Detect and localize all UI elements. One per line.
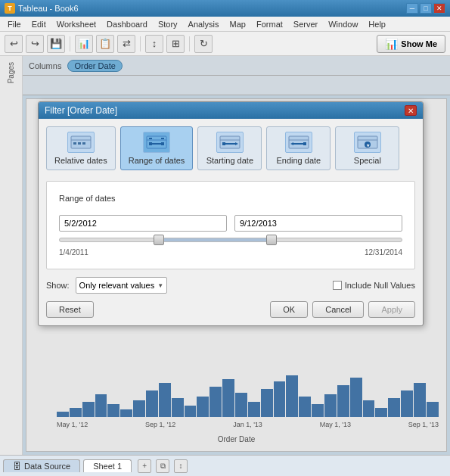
svg-rect-11 [161, 142, 164, 145]
menu-dashboard[interactable]: Dashboard [102, 18, 152, 30]
ok-button[interactable]: OK [270, 301, 308, 318]
ending-date-icon [285, 132, 312, 153]
filter-dialog: Filter [Order Date] ✕ [38, 101, 424, 326]
sort-sheets-button[interactable]: ↕ [174, 459, 188, 473]
bar-chart-icon: 📊 [385, 38, 398, 50]
sheet-label: Sheet 1 [93, 462, 122, 471]
menu-format[interactable]: Format [252, 18, 287, 30]
worksheet-area: Pages Columns Order Date May 1, '12 Sep … [0, 56, 450, 455]
svg-rect-10 [149, 142, 152, 145]
maximize-button[interactable]: □ [420, 3, 432, 14]
tab-relative-dates[interactable]: Relative dates [46, 126, 116, 170]
reset-button[interactable]: Reset [46, 301, 94, 318]
toolbar-sep-2 [140, 36, 141, 51]
menu-worksheet[interactable]: Worksheet [52, 18, 101, 30]
svg-rect-21 [303, 142, 306, 145]
null-values-label: Include Null Values [345, 281, 415, 290]
dialog-close-button[interactable]: ✕ [405, 105, 417, 116]
tab-range-of-dates[interactable]: Range of dates [120, 126, 194, 170]
dialog-title-bar: Filter [Order Date] ✕ [39, 102, 423, 119]
range-title: Range of dates [59, 194, 402, 203]
window-controls: ─ □ ✕ [406, 3, 445, 14]
show-label: Show: [46, 281, 70, 290]
min-date-label: 1/4/2011 [59, 248, 88, 257]
toolbar-save[interactable]: 💾 [47, 35, 65, 53]
title-bar-left: T Tableau - Book6 [5, 3, 79, 14]
bottom-bar: 🗄 Data Source Sheet 1 + ⧉ ↕ [0, 455, 450, 476]
svg-rect-2 [73, 142, 76, 145]
slider-thumb-left[interactable] [154, 235, 164, 245]
dropdown-arrow-icon: ▼ [157, 282, 163, 289]
tab-starting-date-label: Starting date [206, 156, 253, 165]
toolbar-copy[interactable]: 📋 [96, 35, 114, 53]
toolbar-sep-1 [70, 36, 70, 51]
start-date-input[interactable] [59, 215, 227, 232]
toolbar-redo[interactable]: ↪ [26, 35, 44, 53]
toolbar-undo[interactable]: ↩ [5, 35, 23, 53]
tableau-icon: T [5, 3, 15, 14]
range-labels: 1/4/2011 12/31/2014 [59, 248, 402, 257]
tab-special[interactable]: ★ Special [335, 126, 399, 170]
title-bar: T Tableau - Book6 ─ □ ✕ [0, 0, 450, 17]
tab-relative-dates-label: Relative dates [54, 156, 107, 165]
left-sidebar: Pages [0, 56, 23, 455]
svg-rect-15 [222, 142, 225, 145]
bottom-tab-icons: + ⧉ ↕ [138, 459, 188, 473]
date-range-slider[interactable] [59, 238, 402, 242]
date-inputs [59, 215, 402, 232]
duplicate-sheet-button[interactable]: ⧉ [156, 459, 169, 473]
show-me-label: Show Me [401, 39, 437, 48]
relative-dates-icon [67, 132, 95, 153]
toolbar-refresh[interactable]: ↻ [194, 35, 213, 53]
dialog-buttons: Reset OK Cancel Apply [46, 301, 415, 318]
toolbar-group[interactable]: ⊞ [166, 35, 185, 53]
window-title: Tableau - Book6 [18, 4, 79, 13]
svg-rect-4 [82, 142, 85, 145]
svg-text:★: ★ [366, 143, 370, 148]
range-dates-icon [143, 132, 170, 153]
add-sheet-button[interactable]: + [138, 459, 151, 473]
apply-button[interactable]: Apply [368, 301, 415, 318]
range-section: Range of dates [46, 181, 415, 269]
dialog-body: Relative dates [39, 119, 423, 325]
svg-rect-3 [78, 142, 81, 145]
menu-window[interactable]: Window [324, 18, 362, 30]
close-button[interactable]: ✕ [433, 3, 445, 14]
toolbar-sort[interactable]: ↕ [145, 35, 163, 53]
menu-file[interactable]: File [3, 18, 26, 30]
slider-fill [159, 238, 272, 241]
show-me-button[interactable]: 📊 Show Me [377, 35, 445, 53]
tab-ending-date[interactable]: Ending date [266, 126, 331, 170]
slider-thumb-right[interactable] [266, 235, 277, 245]
tab-special-label: Special [354, 156, 381, 165]
show-select-value: Only relevant values [79, 281, 155, 290]
menu-map[interactable]: Map [225, 18, 250, 30]
menu-analysis[interactable]: Analysis [184, 18, 224, 30]
cancel-button[interactable]: Cancel [312, 301, 364, 318]
dialog-title: Filter [Order Date] [45, 105, 117, 116]
minimize-button[interactable]: ─ [406, 3, 418, 14]
tab-starting-date[interactable]: Starting date [197, 126, 262, 170]
show-row: Show: Only relevant values ▼ Include Nul… [46, 277, 415, 294]
menu-help[interactable]: Help [364, 18, 390, 30]
slider-track [59, 238, 402, 242]
end-date-input[interactable] [234, 215, 402, 232]
menu-server[interactable]: Server [289, 18, 322, 30]
toolbar: ↩ ↪ 💾 📊 📋 ⇄ ↕ ⊞ ↻ 📊 Show Me [0, 32, 450, 56]
toolbar-new-ds[interactable]: 📊 [75, 35, 93, 53]
sheet1-tab[interactable]: Sheet 1 [83, 459, 132, 472]
max-date-label: 12/31/2014 [365, 248, 402, 257]
menu-story[interactable]: Story [154, 18, 182, 30]
starting-date-icon [216, 132, 244, 153]
database-icon: 🗄 [13, 462, 21, 471]
pages-label: Pages [5, 59, 17, 86]
null-values-checkbox[interactable] [333, 281, 342, 290]
data-source-tab[interactable]: 🗄 Data Source [3, 459, 80, 472]
menu-edit[interactable]: Edit [27, 18, 51, 30]
data-source-label: Data Source [24, 462, 70, 471]
show-select[interactable]: Only relevant values ▼ [76, 277, 168, 294]
svg-rect-7 [149, 138, 152, 139]
toolbar-swap[interactable]: ⇄ [117, 35, 135, 53]
toolbar-sep-3 [189, 36, 190, 51]
dialog-overlay: Filter [Order Date] ✕ [23, 56, 450, 455]
